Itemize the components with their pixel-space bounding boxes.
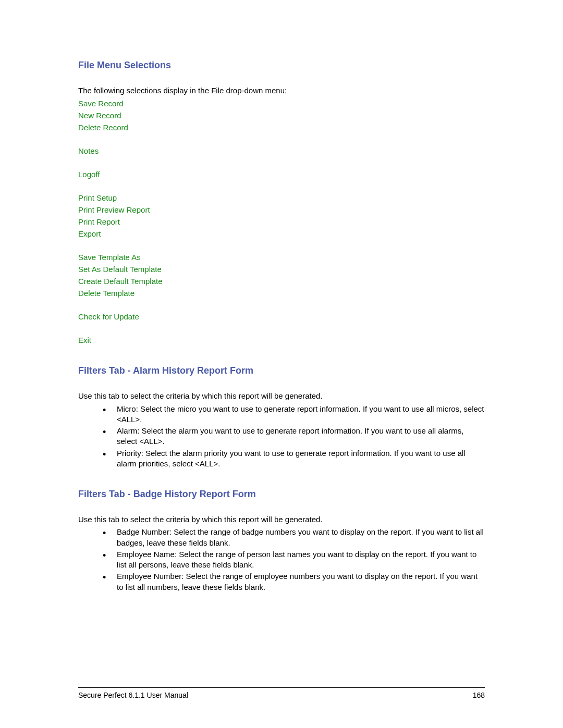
bullet-item: Alarm: Select the alarm you want to use … [117, 426, 485, 447]
bullet-item: Badge Number: Select the range of badge … [117, 527, 485, 548]
link-create-default-template[interactable]: Create Default Template [78, 276, 485, 287]
bullet-item: Employee Name: Select the range of perso… [117, 549, 485, 571]
link-delete-record[interactable]: Delete Record [78, 122, 485, 133]
link-set-as-default-template[interactable]: Set As Default Template [78, 264, 485, 275]
intro-filters-badge: Use this tab to select the criteria by w… [78, 514, 485, 525]
heading-filters-badge-history: Filters Tab - Badge History Report Form [78, 489, 485, 500]
bullet-item: Priority: Select the alarm priority you … [117, 448, 485, 470]
link-check-for-update[interactable]: Check for Update [78, 311, 485, 322]
link-notes[interactable]: Notes [78, 145, 485, 156]
bullet-item: Employee Number: Select the range of emp… [117, 571, 485, 593]
footer-page-number: 168 [473, 691, 485, 699]
bullet-list-alarm: Micro: Select the micro you want to use … [78, 404, 485, 470]
link-print-report[interactable]: Print Report [78, 216, 485, 227]
link-logoff[interactable]: Logoff [78, 169, 485, 180]
link-delete-template[interactable]: Delete Template [78, 288, 485, 299]
heading-filters-alarm-history: Filters Tab - Alarm History Report Form [78, 365, 485, 376]
bullet-list-badge: Badge Number: Select the range of badge … [78, 527, 485, 593]
link-save-record[interactable]: Save Record [78, 98, 485, 109]
link-export[interactable]: Export [78, 228, 485, 239]
link-save-template-as[interactable]: Save Template As [78, 252, 485, 263]
intro-filters-alarm: Use this tab to select the criteria by w… [78, 391, 485, 401]
link-print-preview-report[interactable]: Print Preview Report [78, 204, 485, 215]
footer-manual-title: Secure Perfect 6.1.1 User Manual [78, 691, 188, 699]
heading-file-menu-selections: File Menu Selections [78, 60, 485, 71]
page-footer: Secure Perfect 6.1.1 User Manual 168 [78, 687, 485, 699]
link-exit[interactable]: Exit [78, 335, 485, 346]
bullet-item: Micro: Select the micro you want to use … [117, 404, 485, 425]
intro-file-menu: The following selections display in the … [78, 85, 485, 96]
link-new-record[interactable]: New Record [78, 110, 485, 121]
link-print-setup[interactable]: Print Setup [78, 192, 485, 203]
